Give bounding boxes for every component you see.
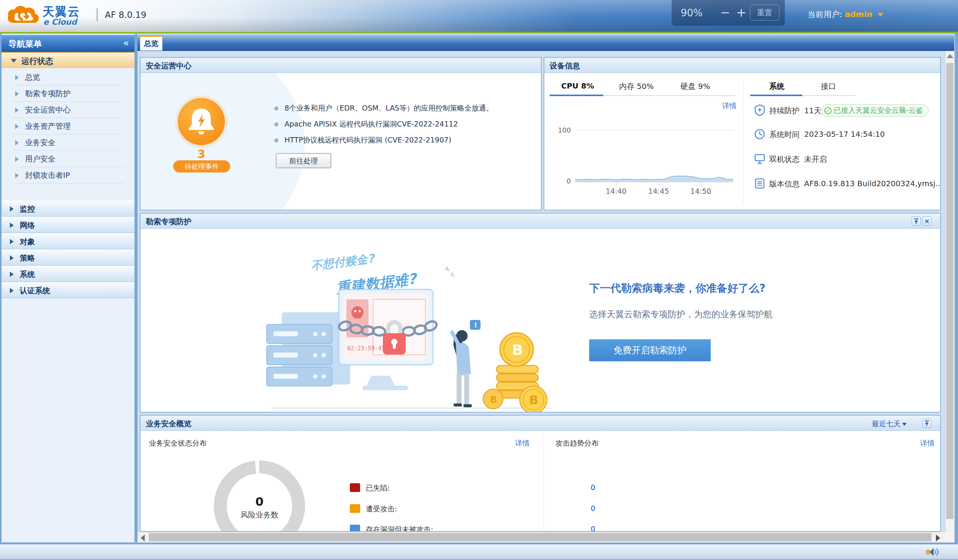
sidebar-item-list: 总览 勒索专项防护 安全运营中心 业务资产管理 业务安全 用户安全 封锁攻击者I…	[2, 69, 135, 184]
sidebar-item-ransomware-protection[interactable]: 勒索专项防护	[12, 86, 124, 102]
zoom-in-button[interactable]: +	[736, 5, 746, 20]
accent-divider	[0, 32, 958, 33]
collapse-to-top-button[interactable]	[922, 419, 931, 428]
legend-color-swatch	[350, 525, 360, 531]
sidebar-item-overview[interactable]: 总览	[12, 69, 124, 86]
panel-body: CPU 8% 内存 50% 硬盘 9% 详情 100 0 14:40 14:45…	[544, 73, 940, 210]
sidebar-section-auth-system[interactable]: 认证系统	[2, 282, 135, 298]
chevron-right-icon	[15, 140, 19, 146]
sidebar-section-network[interactable]: 网络	[2, 217, 135, 233]
event-item: HTTP协议栈远程代码执行漏洞 (CVE-2022-21907)	[274, 132, 493, 148]
sidebar-collapse-button[interactable]: «	[123, 37, 129, 49]
info-row-ha-status: 双机状态 未开启	[743, 153, 938, 167]
sidebar-section-objects[interactable]: 对象	[2, 233, 135, 249]
alert-bubble-graphic: !	[470, 320, 481, 330]
sidebar-collapsed-sections: 监控 网络 对象 策略 系统 认证系统	[2, 200, 135, 298]
window-frame-right	[954, 33, 958, 544]
pending-events-badge: 待处理事件	[173, 160, 230, 173]
current-user-menu[interactable]: 当前用户: admin	[807, 9, 883, 20]
ransom-countdown: 02:23:59:45	[347, 345, 385, 352]
chevron-right-icon	[15, 91, 19, 97]
clock-icon	[754, 128, 765, 140]
top-bar: 天翼云 e Cloud | AF 8.0.19 90% − + 重置 当前用户:…	[0, 0, 958, 32]
sidebar-section-monitoring[interactable]: 监控	[2, 201, 135, 217]
bullet-dot-icon	[274, 138, 278, 143]
collapse-top-icon	[912, 217, 920, 225]
chevron-right-icon	[15, 75, 19, 80]
time-range-selector[interactable]: 最近七天	[872, 419, 907, 429]
sidebar-section-system[interactable]: 系统	[2, 266, 135, 282]
legend-color-swatch	[350, 504, 360, 513]
tab-disk[interactable]: 硬盘 9%	[666, 81, 725, 92]
user-dropdown-icon	[877, 13, 883, 17]
vertical-scroll-thumb[interactable]	[946, 63, 953, 519]
sidebar-item-block-attacker-ip[interactable]: 封锁攻击者IP	[12, 167, 124, 184]
info-row-version: 版本信息 AF8.0.19.813 Build20200324,ymsj...	[743, 178, 938, 191]
bullet-dot-icon	[274, 122, 278, 127]
svg-text:B: B	[529, 393, 538, 407]
tab-overview[interactable]: 总览	[140, 35, 163, 51]
trend-detail-link[interactable]: 详情	[920, 438, 934, 448]
chevron-right-icon	[15, 108, 19, 113]
status-detail-link[interactable]: 详情	[515, 438, 530, 448]
bitcoin-coins-graphic: B B B	[483, 333, 547, 412]
triangle-right-icon	[10, 288, 14, 293]
panel-header: 业务安全概览 最近七天	[141, 416, 940, 431]
tab-strip: 总览	[138, 34, 954, 51]
sidebar-divider	[135, 34, 138, 542]
go-handle-button[interactable]: 前往处理	[276, 154, 331, 168]
panel-business-security-overview: 业务安全概览 最近七天 业务安全状态分布 详情 攻击趋势分布 详情 0 风险业务…	[140, 415, 941, 532]
sidebar-item-business-security[interactable]: 业务安全	[12, 135, 124, 151]
vertical-scrollbar[interactable]	[945, 51, 954, 532]
right-section-title: 攻击趋势分布	[555, 438, 599, 448]
close-icon[interactable]: ×	[922, 217, 931, 226]
document-icon	[754, 178, 765, 190]
horizontal-scrollbar[interactable]	[138, 532, 945, 543]
svg-text:B: B	[490, 394, 497, 405]
panel-header: 勒索专项防护 ×	[141, 214, 940, 229]
legend-row-attacked: 遭受攻击: 0	[350, 503, 532, 514]
horizontal-scroll-thumb[interactable]	[149, 533, 931, 541]
legend-row-compromised: 已失陷: 0	[350, 482, 532, 493]
device-detail-link[interactable]: 详情	[722, 101, 736, 111]
monitor-icon	[754, 153, 765, 165]
status-bar	[0, 544, 958, 559]
sidebar-section-policies[interactable]: 策略	[2, 250, 135, 266]
scroll-up-arrow[interactable]	[947, 54, 953, 58]
panel-title: 设备信息	[550, 61, 580, 71]
sidebar-section-running-status[interactable]: 运行状态	[2, 52, 135, 68]
tab-underline-active	[750, 95, 802, 96]
navigation-sidebar: 导航菜单 « 运行状态 总览 勒索专项防护 安全运营中心 业务资产管理 业务安全…	[2, 34, 135, 542]
panel-ransomware-protection: 勒索专项防护 × 不想付赎金? 重建数据难?	[140, 213, 941, 412]
brand-separator: |	[95, 6, 99, 21]
event-item: 8个业务和用户（EDR、OSM、LAS等）的应用控制策略全放通。	[274, 100, 493, 116]
event-item: Apache APISIX 远程代码执行漏洞CVE-2022-24112	[274, 116, 493, 132]
sidebar-item-asset-management[interactable]: 业务资产管理	[12, 118, 124, 135]
cpu-usage-chart	[575, 130, 733, 182]
scroll-left-arrow[interactable]	[141, 535, 145, 541]
scrollbar-corner	[945, 532, 954, 543]
scroll-right-arrow[interactable]	[936, 535, 940, 541]
person-graphic	[450, 330, 472, 407]
tab-interface[interactable]: 接口	[803, 81, 854, 92]
cloud-connected-badge: ✓ 已接入天翼云安全云脑-云鉴	[821, 105, 929, 117]
resource-tabs: CPU 8% 内存 50% 硬盘 9%	[548, 81, 725, 92]
tab-memory[interactable]: 内存 50%	[607, 81, 666, 92]
sidebar-item-security-operations[interactable]: 安全运营中心	[12, 102, 124, 118]
panel-body: 不想付赎金? 重建数据难?	[141, 229, 940, 412]
tab-system[interactable]: 系统	[751, 81, 803, 92]
tab-cpu[interactable]: CPU 8%	[548, 81, 607, 92]
x-tick-label: 14:40	[601, 187, 631, 195]
x-tick	[701, 182, 701, 186]
zoom-reset-button[interactable]: 重置	[750, 5, 779, 21]
risk-count-label: 风险业务数	[214, 510, 305, 520]
check-circle-icon: ✓	[824, 107, 831, 114]
zoom-out-button[interactable]: −	[720, 5, 730, 20]
collapse-to-top-button[interactable]	[912, 217, 921, 226]
sidebar-item-user-security[interactable]: 用户安全	[12, 151, 124, 167]
x-tick-label: 14:50	[686, 187, 716, 195]
chevron-down-icon	[11, 59, 17, 63]
enable-ransom-protection-button[interactable]: 免费开启勒索防护	[589, 339, 711, 361]
panel-title: 业务安全概览	[146, 419, 192, 429]
speaker-icon[interactable]	[926, 547, 939, 557]
